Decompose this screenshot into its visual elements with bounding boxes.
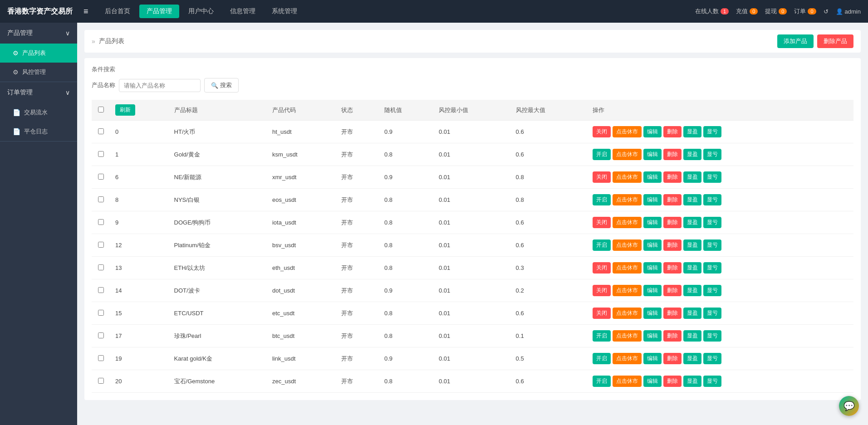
show-profit-button[interactable]: 显盈 [683, 308, 701, 319]
show-loss-button[interactable]: 显亏 [703, 217, 721, 228]
show-loss-button[interactable]: 显亏 [703, 262, 721, 274]
pause-button[interactable]: 点击休市 [613, 194, 642, 205]
order[interactable]: 订单 0 [794, 7, 816, 15]
row-checkbox[interactable] [98, 264, 104, 270]
show-profit-button[interactable]: 显盈 [683, 376, 701, 387]
pause-button[interactable]: 点击休市 [613, 353, 642, 364]
edit-button[interactable]: 编辑 [643, 262, 662, 274]
show-profit-button[interactable]: 显盈 [683, 126, 701, 137]
show-loss-button[interactable]: 显亏 [703, 171, 721, 183]
show-profit-button[interactable]: 显盈 [683, 149, 701, 160]
pause-button[interactable]: 点击休市 [613, 285, 642, 296]
delete-button[interactable]: 删除 [663, 217, 682, 228]
row-checkbox[interactable] [98, 219, 104, 225]
show-profit-button[interactable]: 显盈 [683, 285, 701, 296]
show-loss-button[interactable]: 显亏 [703, 376, 721, 387]
show-loss-button[interactable]: 显亏 [703, 308, 721, 319]
search-button[interactable]: 🔍 搜索 [204, 78, 239, 93]
nav-system-management[interactable]: 系统管理 [265, 5, 304, 18]
show-profit-button[interactable]: 显盈 [683, 217, 701, 228]
delete-button[interactable]: 删除 [663, 194, 682, 205]
show-profit-button[interactable]: 显盈 [683, 353, 701, 364]
pause-button[interactable]: 点击休市 [613, 376, 642, 387]
close-button[interactable]: 关闭 [593, 262, 611, 274]
edit-button[interactable]: 编辑 [643, 376, 662, 387]
delete-button[interactable]: 删除 [663, 285, 682, 296]
admin-user[interactable]: 👤 admin [836, 8, 861, 15]
show-profit-button[interactable]: 显盈 [683, 194, 701, 205]
edit-button[interactable]: 编辑 [643, 239, 662, 251]
close-button[interactable]: 关闭 [593, 285, 611, 296]
delete-button[interactable]: 删除 [663, 149, 682, 160]
edit-button[interactable]: 编辑 [643, 308, 662, 319]
close-button[interactable]: 关闭 [593, 308, 611, 319]
sidebar-item-trade-flow[interactable]: 📄 交易流水 [0, 103, 77, 122]
delete-button[interactable]: 删除 [663, 308, 682, 319]
edit-button[interactable]: 编辑 [643, 285, 662, 296]
nav-backend-home[interactable]: 后台首页 [98, 5, 137, 18]
open-button[interactable]: 开启 [593, 376, 611, 387]
nav-product-management[interactable]: 产品管理 [139, 5, 179, 18]
nav-info-management[interactable]: 信息管理 [223, 5, 263, 18]
sidebar-item-close-log[interactable]: 📄 平仓日志 [0, 122, 77, 141]
close-button[interactable]: 关闭 [593, 126, 611, 137]
nav-user-center[interactable]: 用户中心 [181, 5, 221, 18]
edit-button[interactable]: 编辑 [643, 330, 662, 342]
withdraw[interactable]: 提现 0 [765, 7, 787, 15]
delete-button[interactable]: 删除 [663, 353, 682, 364]
row-checkbox[interactable] [98, 174, 104, 180]
pause-button[interactable]: 点击休市 [613, 149, 642, 160]
pause-button[interactable]: 点击休市 [613, 262, 642, 274]
refresh-button[interactable]: 刷新 [115, 104, 135, 116]
pause-button[interactable]: 点击休市 [613, 126, 642, 137]
show-loss-button[interactable]: 显亏 [703, 149, 721, 160]
show-profit-button[interactable]: 显盈 [683, 330, 701, 342]
row-checkbox[interactable] [98, 310, 104, 316]
show-loss-button[interactable]: 显亏 [703, 285, 721, 296]
show-loss-button[interactable]: 显亏 [703, 239, 721, 251]
open-button[interactable]: 开启 [593, 149, 611, 160]
edit-button[interactable]: 编辑 [643, 353, 662, 364]
delete-button[interactable]: 删除 [663, 262, 682, 274]
delete-button[interactable]: 删除 [663, 376, 682, 387]
sidebar-section-order-header[interactable]: 订单管理 ∨ [0, 82, 77, 103]
select-all-checkbox[interactable] [98, 107, 104, 112]
show-profit-button[interactable]: 显盈 [683, 262, 701, 274]
delete-button[interactable]: 删除 [663, 171, 682, 183]
delete-button[interactable]: 删除 [663, 239, 682, 251]
open-button[interactable]: 开启 [593, 353, 611, 364]
chat-bubble[interactable]: 💬 [839, 396, 859, 416]
close-button[interactable]: 关闭 [593, 217, 611, 228]
row-checkbox[interactable] [98, 128, 104, 134]
open-button[interactable]: 开启 [593, 330, 611, 342]
pause-button[interactable]: 点击休市 [613, 239, 642, 251]
delete-button[interactable]: 删除 [663, 126, 682, 137]
row-checkbox[interactable] [98, 378, 104, 384]
close-button[interactable]: 关闭 [593, 171, 611, 183]
show-loss-button[interactable]: 显亏 [703, 126, 721, 137]
show-loss-button[interactable]: 显亏 [703, 330, 721, 342]
edit-button[interactable]: 编辑 [643, 194, 662, 205]
show-loss-button[interactable]: 显亏 [703, 353, 721, 364]
recharge[interactable]: 充值 0 [736, 7, 758, 15]
pause-button[interactable]: 点击休市 [613, 330, 642, 342]
row-checkbox[interactable] [98, 151, 104, 157]
row-checkbox[interactable] [98, 242, 104, 248]
sidebar-item-risk-control[interactable]: ⚙ 风控管理 [0, 63, 77, 82]
add-product-button[interactable]: 添加产品 [777, 34, 814, 48]
show-profit-button[interactable]: 显盈 [683, 239, 701, 251]
edit-button[interactable]: 编辑 [643, 217, 662, 228]
sidebar-section-product-header[interactable]: 产品管理 ∨ [0, 23, 77, 44]
refresh-icon[interactable]: ↺ [824, 8, 829, 15]
menu-icon[interactable]: ≡ [83, 7, 88, 16]
edit-button[interactable]: 编辑 [643, 149, 662, 160]
sidebar-item-product-list[interactable]: ⚙ 产品列表 [0, 44, 77, 63]
row-checkbox[interactable] [98, 196, 104, 202]
search-name-input[interactable] [119, 79, 201, 92]
pause-button[interactable]: 点击休市 [613, 217, 642, 228]
open-button[interactable]: 开启 [593, 194, 611, 205]
edit-button[interactable]: 编辑 [643, 126, 662, 137]
show-loss-button[interactable]: 显亏 [703, 194, 721, 205]
pause-button[interactable]: 点击休市 [613, 308, 642, 319]
edit-button[interactable]: 编辑 [643, 171, 662, 183]
